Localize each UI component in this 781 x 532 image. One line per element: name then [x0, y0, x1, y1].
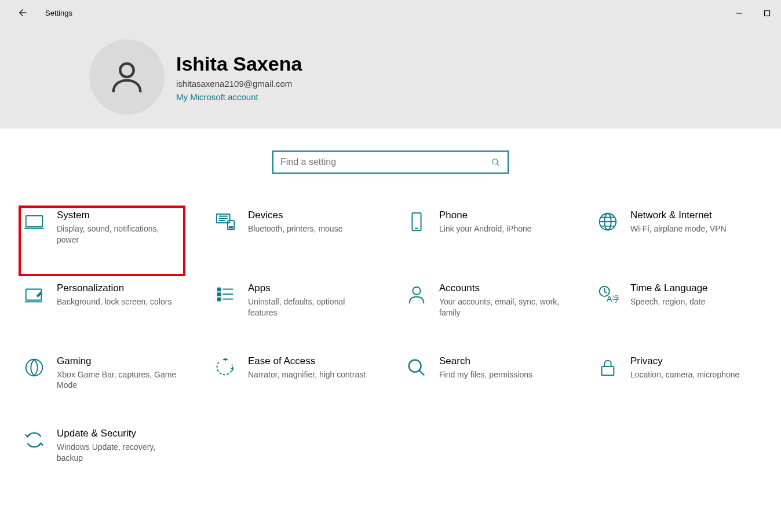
svg-line-32 [419, 370, 425, 375]
svg-line-4 [497, 164, 499, 166]
search-tile-icon [404, 355, 429, 380]
tile-title: Update & Security [57, 428, 181, 439]
user-email: ishitasaxena2109@gmail.com [176, 79, 302, 89]
svg-rect-33 [602, 366, 614, 375]
personalization-icon [22, 282, 46, 307]
tile-title: Devices [248, 210, 342, 221]
svg-point-27 [413, 287, 420, 294]
tile-desc: Display, sound, notifications, power [57, 223, 181, 245]
tile-title: Phone [439, 210, 532, 221]
tile-title: Time & Language [630, 282, 708, 294]
tile-ease-of-access[interactable]: Ease of Access Narrator, magnifier, high… [211, 353, 379, 394]
tile-title: Personalization [57, 282, 171, 294]
tile-desc: Find my files, permissions [439, 369, 532, 380]
tile-accounts[interactable]: Accounts Your accounts, email, sync, wor… [402, 280, 570, 321]
tile-apps[interactable]: Apps Uninstall, defaults, optional featu… [211, 280, 379, 321]
tile-desc: Windows Update, recovery, backup [57, 442, 181, 464]
minimize-button[interactable] [725, 5, 753, 22]
microsoft-account-link[interactable]: My Microsoft account [176, 92, 302, 102]
tile-devices[interactable]: Devices Bluetooth, printers, mouse [211, 207, 379, 248]
devices-icon [213, 210, 238, 234]
tile-desc: Background, lock screen, colors [57, 296, 171, 307]
tile-gaming[interactable]: Gaming Xbox Game Bar, captures, Game Mod… [20, 353, 188, 394]
tile-title: Network & Internet [630, 210, 727, 221]
time-language-icon: A字 [596, 282, 620, 307]
search-box[interactable] [272, 151, 509, 174]
user-display-name: Ishita Saxena [176, 53, 302, 75]
tile-desc: Narrator, magnifier, high contrast [248, 369, 366, 380]
tile-title: Search [439, 355, 532, 367]
accounts-icon [404, 282, 429, 307]
tile-title: Ease of Access [248, 355, 366, 367]
svg-point-13 [231, 226, 232, 228]
ease-of-access-icon [213, 355, 238, 380]
window-title: Settings [45, 9, 72, 17]
window-controls [725, 5, 781, 22]
apps-icon [213, 282, 238, 307]
svg-point-3 [492, 159, 498, 164]
svg-rect-11 [228, 221, 234, 229]
tile-system[interactable]: System Display, sound, notifications, po… [20, 207, 188, 248]
svg-point-2 [120, 64, 133, 77]
avatar [89, 39, 165, 115]
tile-search[interactable]: Search Find my files, permissions [402, 353, 570, 394]
tile-desc: Speech, region, date [630, 296, 708, 307]
update-icon [22, 428, 46, 452]
back-button[interactable] [16, 7, 28, 19]
svg-rect-25 [218, 298, 221, 300]
tile-title: Accounts [439, 282, 564, 294]
user-block: Ishita Saxena ishitasaxena2109@gmail.com… [0, 21, 781, 115]
svg-point-30 [26, 359, 43, 376]
tile-title: Gaming [57, 355, 181, 367]
search-input[interactable] [280, 157, 490, 167]
tile-desc: Xbox Game Bar, captures, Game Mode [57, 369, 181, 391]
title-row: Settings [0, 0, 781, 21]
svg-rect-21 [218, 288, 221, 291]
svg-rect-1 [765, 11, 770, 16]
svg-point-31 [409, 359, 421, 372]
search-icon [490, 157, 501, 167]
globe-icon [596, 210, 620, 234]
settings-tiles-grid: System Display, sound, notifications, po… [0, 174, 781, 466]
header-bar: Settings Ishita Saxena ishitasaxena2109@… [0, 0, 781, 129]
privacy-icon [596, 355, 620, 380]
svg-point-12 [229, 226, 230, 228]
tile-title: Apps [248, 282, 373, 294]
tile-update-security[interactable]: Update & Security Windows Update, recove… [20, 425, 188, 466]
svg-rect-23 [218, 293, 221, 296]
svg-rect-5 [26, 216, 43, 227]
display-icon [22, 210, 46, 234]
search-row [0, 129, 781, 174]
tile-desc: Uninstall, defaults, optional features [248, 296, 373, 318]
tile-desc: Your accounts, email, sync, work, family [439, 296, 564, 318]
tile-personalization[interactable]: Personalization Background, lock screen,… [20, 280, 188, 321]
svg-text:A字: A字 [607, 294, 619, 303]
tile-desc: Location, camera, microphone [630, 369, 739, 380]
maximize-button[interactable] [753, 5, 781, 22]
tile-title: Privacy [630, 355, 739, 367]
phone-icon [404, 210, 429, 234]
tile-privacy[interactable]: Privacy Location, camera, microphone [593, 353, 761, 394]
tile-desc: Bluetooth, printers, mouse [248, 223, 342, 234]
tile-network[interactable]: Network & Internet Wi-Fi, airplane mode,… [593, 207, 761, 248]
tile-desc: Link your Android, iPhone [439, 223, 532, 234]
tile-desc: Wi-Fi, airplane mode, VPN [630, 223, 727, 234]
tile-phone[interactable]: Phone Link your Android, iPhone [402, 207, 570, 248]
tile-time-language[interactable]: A字 Time & Language Speech, region, date [593, 280, 761, 321]
gaming-icon [22, 355, 46, 380]
tile-title: System [57, 210, 181, 221]
